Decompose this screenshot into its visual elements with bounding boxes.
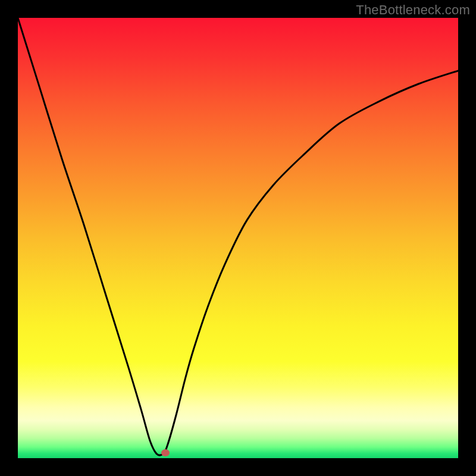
curve-layer — [18, 18, 458, 458]
plot-area — [18, 18, 458, 458]
watermark-text: TheBottleneck.com — [356, 2, 470, 18]
chart-frame: TheBottleneck.com — [0, 0, 476, 476]
optimal-point-marker — [161, 449, 170, 456]
bottleneck-curve — [18, 18, 458, 455]
